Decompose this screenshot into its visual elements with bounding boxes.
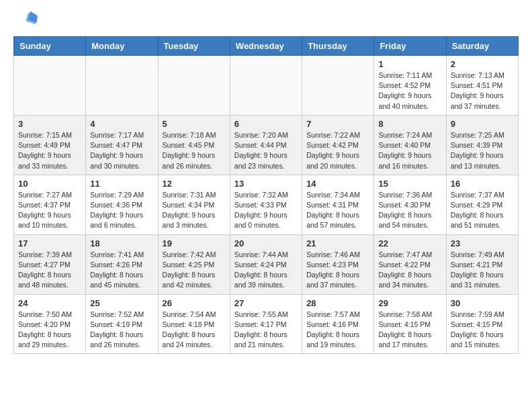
day-detail: Sunrise: 7:37 AM Sunset: 4:29 PM Dayligh…: [451, 190, 514, 231]
calendar-week-row: 17Sunrise: 7:39 AM Sunset: 4:27 PM Dayli…: [14, 234, 519, 294]
day-detail: Sunrise: 7:18 AM Sunset: 4:45 PM Dayligh…: [163, 130, 226, 171]
calendar-cell: 21Sunrise: 7:46 AM Sunset: 4:23 PM Dayli…: [302, 234, 374, 294]
day-number: 18: [90, 238, 153, 248]
day-number: 17: [18, 238, 81, 248]
logo: [13, 11, 40, 30]
day-number: 19: [163, 238, 226, 248]
calendar-header-row: SundayMondayTuesdayWednesdayThursdayFrid…: [14, 37, 519, 56]
weekday-header: Saturday: [446, 37, 518, 56]
day-detail: Sunrise: 7:52 AM Sunset: 4:19 PM Dayligh…: [90, 310, 153, 351]
day-number: 13: [234, 179, 298, 189]
day-detail: Sunrise: 7:58 AM Sunset: 4:15 PM Dayligh…: [378, 310, 441, 351]
day-detail: Sunrise: 7:41 AM Sunset: 4:26 PM Dayligh…: [90, 250, 153, 291]
day-number: 2: [451, 59, 514, 69]
calendar-cell: 16Sunrise: 7:37 AM Sunset: 4:29 PM Dayli…: [446, 175, 518, 234]
calendar-cell: 26Sunrise: 7:54 AM Sunset: 4:18 PM Dayli…: [158, 294, 230, 354]
day-number: 26: [163, 298, 226, 308]
calendar-cell: 2Sunrise: 7:13 AM Sunset: 4:51 PM Daylig…: [446, 56, 518, 116]
day-detail: Sunrise: 7:13 AM Sunset: 4:51 PM Dayligh…: [451, 71, 514, 111]
logo-icon: [13, 11, 38, 30]
day-number: 27: [234, 298, 298, 308]
day-number: 5: [163, 119, 226, 129]
day-detail: Sunrise: 7:27 AM Sunset: 4:37 PM Dayligh…: [18, 190, 81, 231]
calendar-cell: [14, 56, 86, 116]
calendar-cell: 27Sunrise: 7:55 AM Sunset: 4:17 PM Dayli…: [230, 294, 302, 354]
day-number: 14: [306, 179, 369, 189]
day-detail: Sunrise: 7:20 AM Sunset: 4:44 PM Dayligh…: [234, 130, 298, 171]
calendar-cell: 1Sunrise: 7:11 AM Sunset: 4:52 PM Daylig…: [374, 56, 446, 116]
day-detail: Sunrise: 7:11 AM Sunset: 4:52 PM Dayligh…: [378, 71, 441, 111]
day-detail: Sunrise: 7:42 AM Sunset: 4:25 PM Dayligh…: [163, 250, 226, 291]
calendar-cell: 7Sunrise: 7:22 AM Sunset: 4:42 PM Daylig…: [302, 115, 374, 175]
day-detail: Sunrise: 7:36 AM Sunset: 4:30 PM Dayligh…: [378, 190, 441, 231]
day-number: 28: [306, 298, 369, 308]
day-detail: Sunrise: 7:22 AM Sunset: 4:42 PM Dayligh…: [306, 130, 369, 171]
day-number: 30: [451, 298, 514, 308]
day-detail: Sunrise: 7:49 AM Sunset: 4:21 PM Dayligh…: [451, 250, 514, 291]
day-number: 7: [306, 119, 369, 129]
weekday-header: Sunday: [14, 37, 86, 56]
calendar-cell: [158, 56, 230, 116]
day-number: 29: [378, 298, 441, 308]
day-detail: Sunrise: 7:17 AM Sunset: 4:47 PM Dayligh…: [90, 130, 153, 171]
calendar-cell: 22Sunrise: 7:47 AM Sunset: 4:22 PM Dayli…: [374, 234, 446, 294]
calendar-cell: 8Sunrise: 7:24 AM Sunset: 4:40 PM Daylig…: [374, 115, 446, 175]
page-header: [13, 11, 519, 30]
calendar-cell: 14Sunrise: 7:34 AM Sunset: 4:31 PM Dayli…: [302, 175, 374, 234]
day-detail: Sunrise: 7:44 AM Sunset: 4:24 PM Dayligh…: [234, 250, 298, 291]
calendar-cell: 4Sunrise: 7:17 AM Sunset: 4:47 PM Daylig…: [86, 115, 158, 175]
day-detail: Sunrise: 7:59 AM Sunset: 4:15 PM Dayligh…: [451, 310, 514, 351]
calendar-week-row: 3Sunrise: 7:15 AM Sunset: 4:49 PM Daylig…: [14, 115, 519, 175]
calendar-cell: 28Sunrise: 7:57 AM Sunset: 4:16 PM Dayli…: [302, 294, 374, 354]
day-number: 3: [18, 119, 81, 129]
day-detail: Sunrise: 7:55 AM Sunset: 4:17 PM Dayligh…: [234, 310, 298, 351]
day-number: 21: [306, 238, 369, 248]
calendar-cell: 23Sunrise: 7:49 AM Sunset: 4:21 PM Dayli…: [446, 234, 518, 294]
calendar-cell: 6Sunrise: 7:20 AM Sunset: 4:44 PM Daylig…: [230, 115, 302, 175]
calendar-cell: 13Sunrise: 7:32 AM Sunset: 4:33 PM Dayli…: [230, 175, 302, 234]
day-number: 25: [90, 298, 153, 308]
calendar-cell: [86, 56, 158, 116]
day-number: 23: [451, 238, 514, 248]
day-detail: Sunrise: 7:31 AM Sunset: 4:34 PM Dayligh…: [163, 190, 226, 231]
day-detail: Sunrise: 7:24 AM Sunset: 4:40 PM Dayligh…: [378, 130, 441, 171]
calendar-cell: 18Sunrise: 7:41 AM Sunset: 4:26 PM Dayli…: [86, 234, 158, 294]
day-number: 15: [378, 179, 441, 189]
calendar-cell: 10Sunrise: 7:27 AM Sunset: 4:37 PM Dayli…: [14, 175, 86, 234]
calendar-cell: 19Sunrise: 7:42 AM Sunset: 4:25 PM Dayli…: [158, 234, 230, 294]
day-number: 16: [451, 179, 514, 189]
weekday-header: Monday: [86, 37, 158, 56]
day-detail: Sunrise: 7:32 AM Sunset: 4:33 PM Dayligh…: [234, 190, 298, 231]
day-number: 20: [234, 238, 298, 248]
day-detail: Sunrise: 7:15 AM Sunset: 4:49 PM Dayligh…: [18, 130, 81, 171]
day-detail: Sunrise: 7:46 AM Sunset: 4:23 PM Dayligh…: [306, 250, 369, 291]
day-number: 24: [18, 298, 81, 308]
weekday-header: Tuesday: [158, 37, 230, 56]
calendar-cell: 29Sunrise: 7:58 AM Sunset: 4:15 PM Dayli…: [374, 294, 446, 354]
day-number: 4: [90, 119, 153, 129]
page-container: SundayMondayTuesdayWednesdayThursdayFrid…: [0, 0, 532, 365]
day-number: 10: [18, 179, 81, 189]
day-number: 1: [378, 59, 441, 69]
calendar-week-row: 10Sunrise: 7:27 AM Sunset: 4:37 PM Dayli…: [14, 175, 519, 234]
calendar-cell: 11Sunrise: 7:29 AM Sunset: 4:36 PM Dayli…: [86, 175, 158, 234]
weekday-header: Wednesday: [230, 37, 302, 56]
day-number: 11: [90, 179, 153, 189]
calendar-cell: 5Sunrise: 7:18 AM Sunset: 4:45 PM Daylig…: [158, 115, 230, 175]
day-detail: Sunrise: 7:47 AM Sunset: 4:22 PM Dayligh…: [378, 250, 441, 291]
day-number: 22: [378, 238, 441, 248]
day-number: 9: [451, 119, 514, 129]
weekday-header: Thursday: [302, 37, 374, 56]
day-number: 12: [163, 179, 226, 189]
calendar-cell: 3Sunrise: 7:15 AM Sunset: 4:49 PM Daylig…: [14, 115, 86, 175]
day-detail: Sunrise: 7:50 AM Sunset: 4:20 PM Dayligh…: [18, 310, 81, 351]
calendar-week-row: 1Sunrise: 7:11 AM Sunset: 4:52 PM Daylig…: [14, 56, 519, 116]
calendar-week-row: 24Sunrise: 7:50 AM Sunset: 4:20 PM Dayli…: [14, 294, 519, 354]
weekday-header: Friday: [374, 37, 446, 56]
day-detail: Sunrise: 7:54 AM Sunset: 4:18 PM Dayligh…: [163, 310, 226, 351]
calendar-cell: [230, 56, 302, 116]
day-detail: Sunrise: 7:57 AM Sunset: 4:16 PM Dayligh…: [306, 310, 369, 351]
calendar-cell: 25Sunrise: 7:52 AM Sunset: 4:19 PM Dayli…: [86, 294, 158, 354]
day-detail: Sunrise: 7:29 AM Sunset: 4:36 PM Dayligh…: [90, 190, 153, 231]
calendar-cell: 9Sunrise: 7:25 AM Sunset: 4:39 PM Daylig…: [446, 115, 518, 175]
